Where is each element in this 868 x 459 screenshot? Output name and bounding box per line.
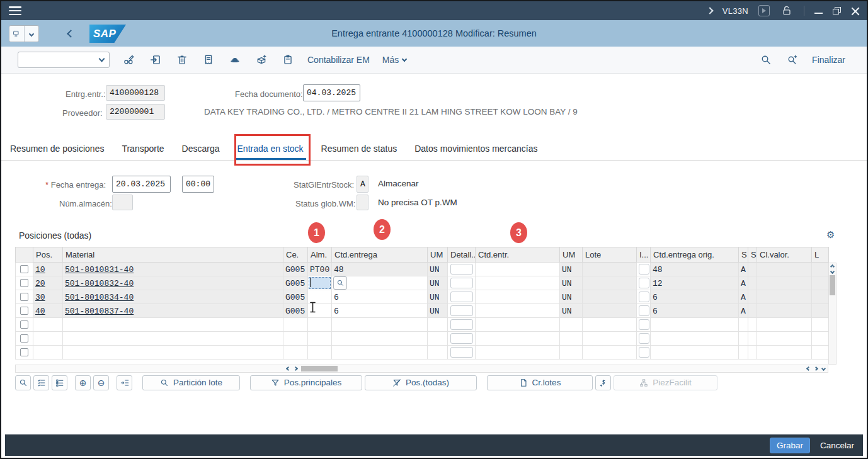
tab-resumen-posiciones[interactable]: Resumen de posiciones bbox=[1, 137, 113, 160]
cell-alm-input[interactable] bbox=[308, 304, 332, 318]
cell-ctd-entrega[interactable]: 6 bbox=[334, 293, 339, 302]
col-detall[interactable]: Detall... bbox=[448, 247, 476, 263]
info-button[interactable] bbox=[639, 264, 649, 275]
cell-ctd-entr-input[interactable] bbox=[476, 346, 560, 360]
info-button[interactable] bbox=[639, 347, 649, 358]
search-plus-icon[interactable] bbox=[785, 53, 799, 67]
value-help-button[interactable] bbox=[333, 276, 347, 290]
cancel-button[interactable]: Cancelar bbox=[820, 441, 854, 450]
delete-icon[interactable] bbox=[175, 53, 189, 67]
scroll-down-icon[interactable] bbox=[821, 366, 826, 371]
info-button[interactable] bbox=[639, 333, 649, 344]
save-button[interactable]: Grabar bbox=[770, 438, 810, 453]
create-batches-button[interactable]: Cr.lotes bbox=[487, 375, 593, 390]
vertical-scrollbar[interactable] bbox=[828, 263, 837, 365]
more-menu-button[interactable]: Más bbox=[382, 55, 406, 65]
row-checkbox[interactable] bbox=[20, 279, 28, 287]
detail-button[interactable] bbox=[450, 305, 473, 316]
cell-ctd-entr-input[interactable] bbox=[476, 290, 560, 304]
info-button[interactable] bbox=[639, 319, 649, 330]
detail-button[interactable] bbox=[450, 292, 473, 302]
hat-post-icon[interactable] bbox=[228, 53, 242, 67]
scroll-left-icon[interactable] bbox=[286, 366, 290, 371]
output-document-icon[interactable] bbox=[202, 53, 215, 67]
exit-button[interactable]: Finalizar bbox=[812, 55, 845, 65]
menu-hamburger-icon[interactable] bbox=[9, 6, 21, 15]
pos-link[interactable]: 20 bbox=[35, 279, 45, 288]
col-alm[interactable]: Alm. bbox=[308, 247, 332, 263]
col-cl-valor[interactable]: Cl.valor. bbox=[757, 247, 812, 263]
col-pos[interactable]: Pos. bbox=[33, 247, 63, 263]
cell-ctd-entr-input[interactable] bbox=[476, 276, 560, 290]
tab-resumen-status[interactable]: Resumen de status bbox=[312, 137, 406, 160]
scrollbar-thumb[interactable] bbox=[830, 275, 835, 295]
add-item-button[interactable]: ⊕ bbox=[75, 375, 91, 390]
pos-link[interactable]: 40 bbox=[35, 307, 45, 316]
material-link[interactable]: 501-8010837-40 bbox=[65, 307, 134, 316]
col-ce[interactable]: Ce. bbox=[283, 247, 308, 263]
cell-ctd-entr-input[interactable] bbox=[476, 263, 560, 276]
info-button[interactable] bbox=[639, 292, 649, 302]
pack-box-icon[interactable] bbox=[254, 53, 268, 67]
row-checkbox[interactable] bbox=[20, 293, 28, 301]
scroll-right-icon[interactable] bbox=[294, 366, 298, 371]
batch-split-button[interactable]: Partición lote bbox=[142, 375, 240, 390]
delivery-date-field[interactable]: 20.03.2025 bbox=[112, 176, 171, 193]
row-checkbox[interactable] bbox=[20, 320, 28, 329]
table-settings-gear-icon[interactable]: ⚙ bbox=[826, 229, 835, 241]
select-items-icon[interactable] bbox=[33, 375, 49, 390]
session-dropdown[interactable] bbox=[24, 26, 39, 42]
copy-document-icon[interactable] bbox=[149, 53, 163, 67]
col-ctd-entr[interactable]: Ctd.entr. bbox=[476, 247, 560, 263]
row-checkbox[interactable] bbox=[20, 307, 28, 315]
all-items-button[interactable]: Pos.(todas) bbox=[365, 375, 477, 390]
detail-button[interactable] bbox=[450, 347, 473, 358]
insert-row-icon[interactable] bbox=[117, 375, 132, 390]
command-combobox[interactable] bbox=[18, 52, 110, 68]
material-link[interactable]: 501-8010831-40 bbox=[65, 265, 134, 275]
detail-button[interactable] bbox=[450, 278, 473, 288]
doc-date-field[interactable]: 04.03.2025 bbox=[303, 84, 360, 101]
col-um2[interactable]: UM bbox=[560, 247, 583, 263]
close-icon[interactable] bbox=[851, 7, 859, 15]
col-material[interactable]: Material bbox=[63, 247, 283, 263]
col-lote[interactable]: Lote bbox=[583, 247, 637, 263]
back-button[interactable] bbox=[64, 27, 77, 40]
scroll-down-icon[interactable] bbox=[830, 269, 835, 274]
piece-facilit-button[interactable]: PiezFacilit bbox=[614, 375, 717, 390]
scroll-left-icon[interactable] bbox=[806, 366, 811, 371]
post-goods-receipt-button[interactable]: Contabilizar EM bbox=[307, 55, 370, 65]
tab-entrada-en-stock[interactable]: Entrada en stock bbox=[229, 137, 312, 160]
pos-link[interactable]: 30 bbox=[35, 293, 45, 302]
remove-item-button[interactable]: ⊖ bbox=[93, 375, 109, 390]
col-ctd-entrega[interactable]: Ctd.entrega bbox=[332, 247, 428, 263]
cell-alm-input[interactable] bbox=[308, 290, 332, 304]
material-link[interactable]: 501-8010832-40 bbox=[65, 279, 134, 288]
material-link[interactable]: 501-8010834-40 bbox=[65, 293, 134, 302]
col-ctd-orig[interactable]: Ctd.entrega orig. bbox=[651, 247, 739, 263]
detail-button[interactable] bbox=[450, 264, 473, 275]
cell-ctd-entr-input[interactable] bbox=[476, 318, 560, 332]
detail-button[interactable] bbox=[450, 319, 473, 330]
item-details-icon[interactable] bbox=[52, 375, 67, 390]
cell-ctd-entr-input[interactable] bbox=[476, 304, 560, 318]
row-checkbox[interactable] bbox=[20, 265, 28, 273]
info-button[interactable] bbox=[639, 305, 649, 316]
session-menu-button[interactable] bbox=[9, 25, 39, 42]
col-s1[interactable]: S bbox=[739, 247, 748, 263]
info-button[interactable] bbox=[639, 278, 649, 288]
scroll-right-icon[interactable] bbox=[814, 366, 818, 371]
col-l[interactable]: L bbox=[812, 247, 829, 263]
row-checkbox[interactable] bbox=[20, 334, 28, 343]
main-items-button[interactable]: Pos.principales bbox=[250, 375, 362, 390]
currency-icon[interactable] bbox=[595, 375, 611, 390]
search-icon[interactable] bbox=[759, 53, 773, 67]
scrollbar-thumb[interactable] bbox=[301, 366, 338, 371]
col-i[interactable]: I... bbox=[637, 247, 651, 263]
minimize-icon[interactable] bbox=[814, 13, 823, 14]
delivery-time-field[interactable]: 00:00 bbox=[182, 176, 214, 193]
display-change-icon[interactable] bbox=[122, 53, 136, 67]
horizontal-scrollbar[interactable] bbox=[15, 365, 828, 373]
unlock-icon[interactable] bbox=[780, 4, 794, 18]
cell-ctd-entrega[interactable]: 6 bbox=[334, 307, 339, 316]
